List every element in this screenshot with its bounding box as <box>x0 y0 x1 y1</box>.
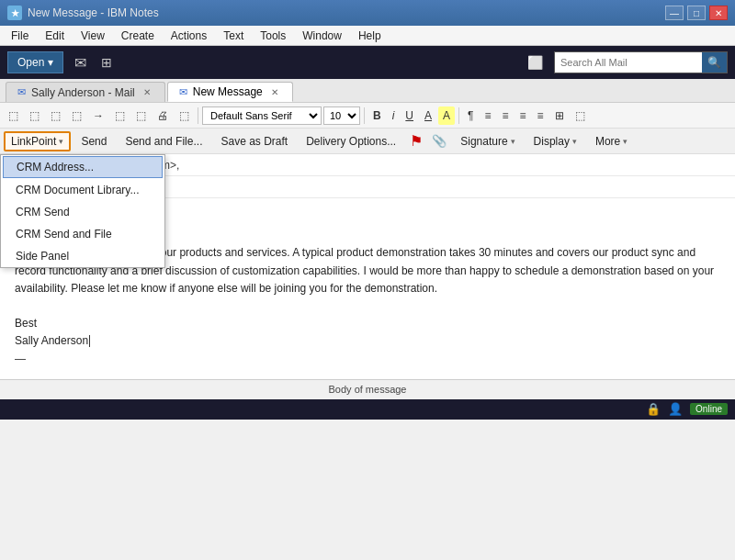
cursor-line: — <box>15 351 720 368</box>
signature-button[interactable]: Signature ▾ <box>452 131 523 151</box>
display-button[interactable]: Display ▾ <box>526 131 585 151</box>
fmt-icon-3[interactable]: ⬚ <box>46 106 65 125</box>
format-toolbar: ⬚ ⬚ ⬚ ⬚ → ⬚ ⬚ 🖨 ⬚ Default Sans Serif 10 … <box>0 103 735 129</box>
delivery-options-button[interactable]: Delivery Options... <box>298 131 404 151</box>
display-dropdown-arrow: ▾ <box>572 137 577 146</box>
font-color-button[interactable]: A <box>420 106 436 125</box>
tab-label: Sally Anderson - Mail <box>31 86 135 99</box>
status-label: Body of message <box>329 384 407 395</box>
tab-close-new[interactable]: ✕ <box>268 85 281 98</box>
more-fmt-icon[interactable]: ⬚ <box>571 106 590 125</box>
fmt-icon-4[interactable]: ⬚ <box>67 106 86 125</box>
font-size-select[interactable]: 10 <box>323 106 360 125</box>
tab-sally-anderson[interactable]: ✉ Sally Anderson - Mail ✕ <box>6 82 165 102</box>
linkpoint-label: LinkPoint <box>11 135 56 148</box>
minimize-button[interactable]: — <box>665 6 684 20</box>
table-icon[interactable]: ⊞ <box>550 106 569 125</box>
window-title: New Message - IBM Notes <box>28 6 159 19</box>
tabs-bar: ✉ Sally Anderson - Mail ✕ ✉ New Message … <box>0 79 735 103</box>
send-button[interactable]: Send <box>73 131 115 151</box>
fmt-icon-2[interactable]: ⬚ <box>25 106 44 125</box>
side-panel-item[interactable]: Side Panel <box>1 245 164 267</box>
menu-text[interactable]: Text <box>216 28 251 44</box>
print-icon[interactable]: 🖨 <box>153 106 173 125</box>
paragraph-icon[interactable]: ¶ <box>463 106 478 125</box>
menu-help[interactable]: Help <box>351 28 389 44</box>
bold-button[interactable]: B <box>368 106 386 125</box>
font-select[interactable]: Default Sans Serif <box>202 106 322 125</box>
lock-icon[interactable]: 🔒 <box>646 402 661 416</box>
mail-icon[interactable]: ✉ <box>71 50 90 75</box>
search-button[interactable]: 🔍 <box>702 52 727 73</box>
align-right-icon[interactable]: ≡ <box>515 106 531 125</box>
fmt-icon-1[interactable]: ⬚ <box>4 106 23 125</box>
save-as-draft-button[interactable]: Save as Draft <box>212 131 296 151</box>
crm-address-item[interactable]: CRM Address... <box>3 156 163 178</box>
align-justify-icon[interactable]: ≡ <box>533 106 548 125</box>
tab-new-label: New Message <box>193 85 263 98</box>
menu-tools[interactable]: Tools <box>253 28 293 44</box>
tab-mail-icon-new: ✉ <box>179 86 187 98</box>
search-area: 🔍 <box>554 51 728 73</box>
linkpoint-dropdown-arrow: ▾ <box>59 137 63 146</box>
more-dropdown-arrow: ▾ <box>623 137 628 146</box>
tab-close-sally[interactable]: ✕ <box>141 86 153 99</box>
online-badge: Online <box>690 403 728 415</box>
open-button[interactable]: Open ▾ <box>7 51 63 73</box>
tab-new-message[interactable]: ✉ New Message ✕ <box>167 82 293 102</box>
status-bar: Body of message <box>0 379 735 399</box>
align-center-icon[interactable]: ≡ <box>498 106 514 125</box>
separator-3 <box>458 107 459 124</box>
action-toolbar: LinkPoint ▾ Send Send and File... Save a… <box>0 129 735 154</box>
compose-area: ⬚ ⬚ ⬚ ⬚ → ⬚ ⬚ 🖨 ⬚ Default Sans Serif 10 … <box>0 103 735 379</box>
menu-create[interactable]: Create <box>114 28 162 44</box>
separator-1 <box>198 107 198 124</box>
underline-button[interactable]: U <box>401 106 418 125</box>
align-left-icon[interactable]: ≡ <box>481 106 496 125</box>
divider-icon: ⬜ <box>527 55 543 70</box>
flag-icon[interactable]: ⚑ <box>406 132 426 150</box>
app-icon: ★ <box>7 6 22 20</box>
closing: Best <box>15 315 720 332</box>
fmt-icon-5[interactable]: ⬚ <box>110 106 130 125</box>
send-and-file-button[interactable]: Send and File... <box>117 131 210 151</box>
menu-bar: File Edit View Create Actions Text Tools… <box>0 26 735 46</box>
grid-icon[interactable]: ⊞ <box>97 51 116 73</box>
more-button[interactable]: More ▾ <box>587 131 636 151</box>
crm-send-and-file-item[interactable]: CRM Send and File <box>1 223 164 245</box>
separator-2 <box>364 107 365 124</box>
bottom-bar: 🔒 👤 Online <box>0 399 735 420</box>
menu-file[interactable]: File <box>4 28 36 44</box>
crm-doc-library-item[interactable]: CRM Document Library... <box>1 179 164 201</box>
menu-window[interactable]: Window <box>295 28 349 44</box>
menu-view[interactable]: View <box>74 28 112 44</box>
text-cursor <box>89 335 90 347</box>
title-bar-left: ★ New Message - IBM Notes <box>7 6 159 20</box>
tab-mail-icon: ✉ <box>17 86 26 98</box>
search-input[interactable] <box>555 55 702 70</box>
fmt-icon-7[interactable]: ⬚ <box>175 106 194 125</box>
maximize-button[interactable]: □ <box>687 6 706 20</box>
menu-edit[interactable]: Edit <box>38 28 72 44</box>
signature-dropdown-arrow: ▾ <box>511 137 515 146</box>
window-controls[interactable]: — □ ✕ <box>665 6 728 20</box>
crm-send-item[interactable]: CRM Send <box>1 201 164 223</box>
main-toolbar: Open ▾ ✉ ⊞ ⬜ 🔍 <box>0 46 735 79</box>
linkpoint-dropdown-menu: CRM Address... CRM Document Library... C… <box>0 154 165 268</box>
title-bar: ★ New Message - IBM Notes — □ ✕ <box>0 0 735 26</box>
italic-button[interactable]: i <box>388 106 400 125</box>
highlight-button[interactable]: A <box>438 106 455 125</box>
menu-actions[interactable]: Actions <box>164 28 214 44</box>
paperclip-icon[interactable]: 📎 <box>428 134 450 148</box>
user-icon[interactable]: 👤 <box>668 402 683 416</box>
signature-name: Sally Anderson <box>15 332 720 350</box>
fmt-icon-6[interactable]: ⬚ <box>131 106 151 125</box>
close-button[interactable]: ✕ <box>709 6 728 20</box>
fmt-arrow-icon[interactable]: → <box>88 106 108 125</box>
linkpoint-button[interactable]: LinkPoint ▾ <box>4 131 71 151</box>
